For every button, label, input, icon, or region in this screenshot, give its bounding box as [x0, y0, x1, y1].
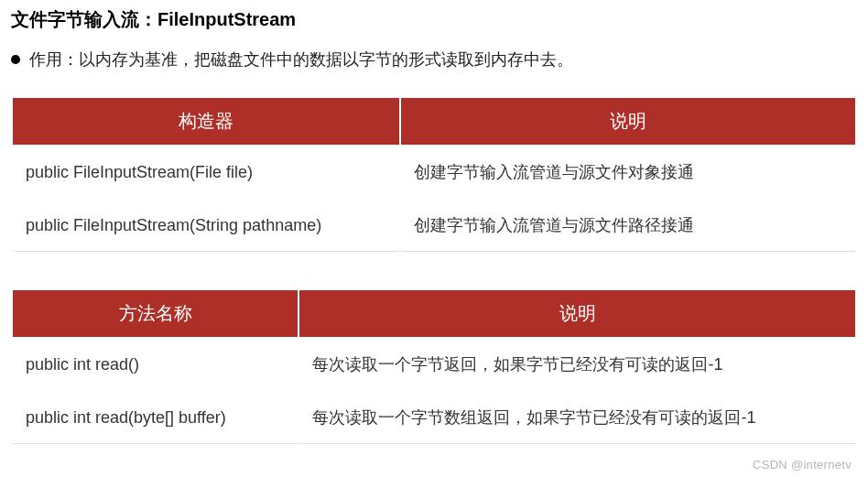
col-header-description: 说明	[298, 289, 856, 338]
col-header-method: 方法名称	[12, 289, 298, 338]
bullet-dot-icon	[11, 55, 20, 64]
document-page: 文件字节输入流：FileInputStream 作用：以内存为基准，把磁盘文件中…	[0, 0, 868, 444]
col-header-description: 说明	[400, 97, 856, 146]
table-row: public int read() 每次读取一个字节返回，如果字节已经没有可读的…	[12, 338, 856, 391]
constructor-signature: public FileInputStream(String pathname)	[12, 199, 400, 252]
method-description: 每次读取一个字节数组返回，如果字节已经没有可读的返回-1	[298, 391, 856, 444]
table-gap	[11, 252, 857, 288]
table-row: public FileInputStream(File file) 创建字节输入…	[12, 146, 856, 199]
bullet-text: 作用：以内存为基准，把磁盘文件中的数据以字节的形式读取到内存中去。	[29, 49, 573, 70]
methods-table: 方法名称 说明 public int read() 每次读取一个字节返回，如果字…	[11, 288, 857, 444]
constructor-signature: public FileInputStream(File file)	[12, 146, 400, 199]
table-row: public int read(byte[] buffer) 每次读取一个字节数…	[12, 391, 856, 444]
table-header-row: 方法名称 说明	[12, 289, 856, 338]
method-signature: public int read()	[12, 338, 298, 391]
watermark-text: CSDN @internetv	[753, 458, 852, 472]
constructor-description: 创建字节输入流管道与源文件路径接通	[400, 199, 856, 252]
constructor-description: 创建字节输入流管道与源文件对象接通	[400, 146, 856, 199]
table-row: public FileInputStream(String pathname) …	[12, 199, 856, 252]
bullet-item: 作用：以内存为基准，把磁盘文件中的数据以字节的形式读取到内存中去。	[11, 49, 857, 70]
method-signature: public int read(byte[] buffer)	[12, 391, 298, 444]
table-header-row: 构造器 说明	[12, 97, 856, 146]
page-title: 文件字节输入流：FileInputStream	[11, 7, 857, 32]
method-description: 每次读取一个字节返回，如果字节已经没有可读的返回-1	[298, 338, 856, 391]
col-header-constructor: 构造器	[12, 97, 400, 146]
constructors-table: 构造器 说明 public FileInputStream(File file)…	[11, 96, 857, 252]
